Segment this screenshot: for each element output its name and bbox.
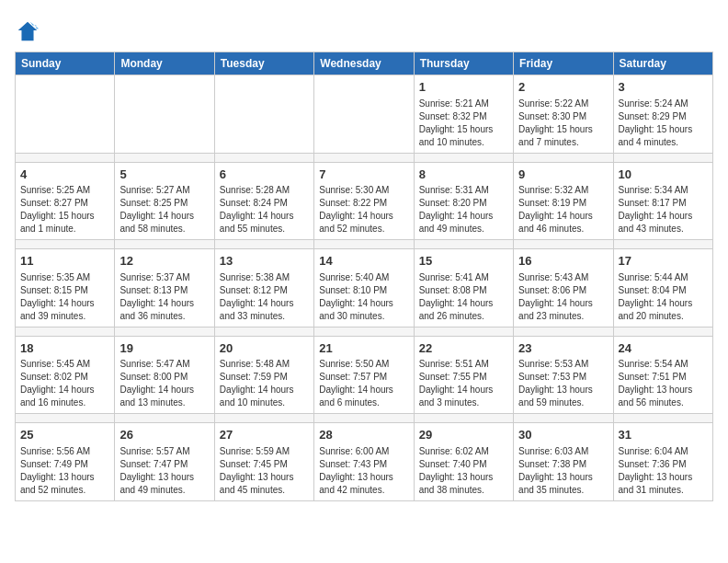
calendar-week-5: 25Sunrise: 5:56 AM Sunset: 7:49 PM Dayli… xyxy=(16,423,713,501)
day-number: 18 xyxy=(20,340,109,357)
day-info: Sunrise: 5:51 AM Sunset: 7:55 PM Dayligh… xyxy=(419,358,508,409)
day-info: Sunrise: 5:45 AM Sunset: 8:02 PM Dayligh… xyxy=(20,358,109,409)
day-number: 31 xyxy=(619,427,708,443)
calendar-cell: 29Sunrise: 6:02 AM Sunset: 7:40 PM Dayli… xyxy=(414,423,513,501)
day-number: 24 xyxy=(619,340,708,357)
day-number: 9 xyxy=(518,167,608,183)
calendar-cell: 30Sunrise: 6:03 AM Sunset: 7:38 PM Dayli… xyxy=(514,423,613,501)
calendar-cell: 8Sunrise: 5:31 AM Sunset: 8:20 PM Daylig… xyxy=(414,162,513,240)
day-info: Sunrise: 5:44 AM Sunset: 8:04 PM Dayligh… xyxy=(619,271,708,323)
day-info: Sunrise: 6:03 AM Sunset: 7:38 PM Dayligh… xyxy=(518,445,608,497)
week-separator xyxy=(16,240,713,249)
calendar-cell: 16Sunrise: 5:43 AM Sunset: 8:06 PM Dayli… xyxy=(514,249,613,327)
day-info: Sunrise: 5:53 AM Sunset: 7:53 PM Dayligh… xyxy=(518,358,608,409)
separator-cell xyxy=(314,153,414,162)
day-info: Sunrise: 5:50 AM Sunset: 7:57 PM Dayligh… xyxy=(319,358,408,409)
day-header-sunday: Sunday xyxy=(16,52,115,75)
calendar-cell: 9Sunrise: 5:32 AM Sunset: 8:19 PM Daylig… xyxy=(514,162,613,240)
day-number: 6 xyxy=(220,167,309,183)
separator-cell xyxy=(514,414,613,423)
day-number: 16 xyxy=(518,253,608,270)
calendar-cell: 4Sunrise: 5:25 AM Sunset: 8:27 PM Daylig… xyxy=(16,162,115,240)
day-info: Sunrise: 5:34 AM Sunset: 8:17 PM Dayligh… xyxy=(619,184,708,236)
day-number: 28 xyxy=(319,427,408,443)
separator-cell xyxy=(414,414,513,423)
day-number: 17 xyxy=(619,253,708,270)
calendar-header-row: SundayMondayTuesdayWednesdayThursdayFrid… xyxy=(16,52,713,75)
calendar-week-4: 18Sunrise: 5:45 AM Sunset: 8:02 PM Dayli… xyxy=(16,336,713,414)
day-info: Sunrise: 5:24 AM Sunset: 8:29 PM Dayligh… xyxy=(619,98,708,149)
separator-cell xyxy=(16,327,115,336)
calendar-cell: 24Sunrise: 5:54 AM Sunset: 7:51 PM Dayli… xyxy=(613,336,712,414)
calendar-cell xyxy=(214,75,313,154)
calendar-cell: 3Sunrise: 5:24 AM Sunset: 8:29 PM Daylig… xyxy=(613,75,712,154)
day-info: Sunrise: 5:32 AM Sunset: 8:19 PM Dayligh… xyxy=(518,184,608,236)
day-number: 10 xyxy=(619,167,708,183)
day-number: 22 xyxy=(419,340,508,357)
day-info: Sunrise: 5:27 AM Sunset: 8:25 PM Dayligh… xyxy=(119,184,209,236)
separator-cell xyxy=(613,240,712,249)
day-number: 23 xyxy=(518,340,608,357)
calendar-cell xyxy=(314,75,414,154)
day-info: Sunrise: 5:37 AM Sunset: 8:13 PM Dayligh… xyxy=(119,271,209,323)
day-info: Sunrise: 6:00 AM Sunset: 7:43 PM Dayligh… xyxy=(319,445,408,497)
day-number: 11 xyxy=(20,253,109,270)
separator-cell xyxy=(514,153,613,162)
separator-cell xyxy=(214,240,313,249)
day-info: Sunrise: 5:25 AM Sunset: 8:27 PM Dayligh… xyxy=(20,184,109,236)
calendar-cell: 7Sunrise: 5:30 AM Sunset: 8:22 PM Daylig… xyxy=(314,162,414,240)
day-number: 26 xyxy=(119,427,209,443)
separator-cell xyxy=(613,153,712,162)
calendar-week-1: 1Sunrise: 5:21 AM Sunset: 8:32 PM Daylig… xyxy=(16,75,713,154)
calendar-cell: 12Sunrise: 5:37 AM Sunset: 8:13 PM Dayli… xyxy=(115,249,214,327)
calendar-cell: 11Sunrise: 5:35 AM Sunset: 8:15 PM Dayli… xyxy=(16,249,115,327)
day-number: 27 xyxy=(220,427,309,443)
week-separator xyxy=(16,153,713,162)
day-number: 19 xyxy=(119,340,209,357)
day-number: 8 xyxy=(419,167,508,183)
separator-cell xyxy=(314,327,414,336)
calendar-cell xyxy=(115,75,214,154)
separator-cell xyxy=(613,414,712,423)
calendar-cell: 28Sunrise: 6:00 AM Sunset: 7:43 PM Dayli… xyxy=(314,423,414,501)
separator-cell xyxy=(314,414,414,423)
day-info: Sunrise: 5:40 AM Sunset: 8:10 PM Dayligh… xyxy=(319,271,408,323)
day-number: 14 xyxy=(319,253,408,270)
calendar-cell: 5Sunrise: 5:27 AM Sunset: 8:25 PM Daylig… xyxy=(115,162,214,240)
day-info: Sunrise: 5:28 AM Sunset: 8:24 PM Dayligh… xyxy=(220,184,309,236)
separator-cell xyxy=(514,327,613,336)
day-header-monday: Monday xyxy=(115,52,214,75)
day-number: 13 xyxy=(220,253,309,270)
day-header-saturday: Saturday xyxy=(613,52,712,75)
day-info: Sunrise: 5:22 AM Sunset: 8:30 PM Dayligh… xyxy=(518,98,608,149)
day-info: Sunrise: 5:21 AM Sunset: 8:32 PM Dayligh… xyxy=(419,98,508,149)
calendar-cell: 22Sunrise: 5:51 AM Sunset: 7:55 PM Dayli… xyxy=(414,336,513,414)
calendar-cell: 31Sunrise: 6:04 AM Sunset: 7:36 PM Dayli… xyxy=(613,423,712,501)
week-separator xyxy=(16,327,713,336)
day-number: 5 xyxy=(119,167,209,183)
separator-cell xyxy=(115,153,214,162)
calendar-cell: 2Sunrise: 5:22 AM Sunset: 8:30 PM Daylig… xyxy=(514,75,613,154)
separator-cell xyxy=(514,240,613,249)
separator-cell xyxy=(414,240,513,249)
day-number: 12 xyxy=(119,253,209,270)
day-info: Sunrise: 5:57 AM Sunset: 7:47 PM Dayligh… xyxy=(119,445,209,497)
separator-cell xyxy=(16,414,115,423)
day-number: 30 xyxy=(518,427,608,443)
day-info: Sunrise: 5:43 AM Sunset: 8:06 PM Dayligh… xyxy=(518,271,608,323)
separator-cell xyxy=(214,327,313,336)
day-number: 25 xyxy=(20,427,109,443)
page-header xyxy=(15,15,713,44)
separator-cell xyxy=(115,327,214,336)
day-header-tuesday: Tuesday xyxy=(214,52,313,75)
calendar-cell: 18Sunrise: 5:45 AM Sunset: 8:02 PM Dayli… xyxy=(16,336,115,414)
separator-cell xyxy=(214,153,313,162)
day-info: Sunrise: 6:02 AM Sunset: 7:40 PM Dayligh… xyxy=(419,445,508,497)
day-number: 7 xyxy=(319,167,408,183)
calendar-cell: 15Sunrise: 5:41 AM Sunset: 8:08 PM Dayli… xyxy=(414,249,513,327)
day-info: Sunrise: 5:38 AM Sunset: 8:12 PM Dayligh… xyxy=(220,271,309,323)
calendar-cell: 21Sunrise: 5:50 AM Sunset: 7:57 PM Dayli… xyxy=(314,336,414,414)
calendar-cell: 23Sunrise: 5:53 AM Sunset: 7:53 PM Dayli… xyxy=(514,336,613,414)
day-header-friday: Friday xyxy=(514,52,613,75)
day-info: Sunrise: 5:31 AM Sunset: 8:20 PM Dayligh… xyxy=(419,184,508,236)
